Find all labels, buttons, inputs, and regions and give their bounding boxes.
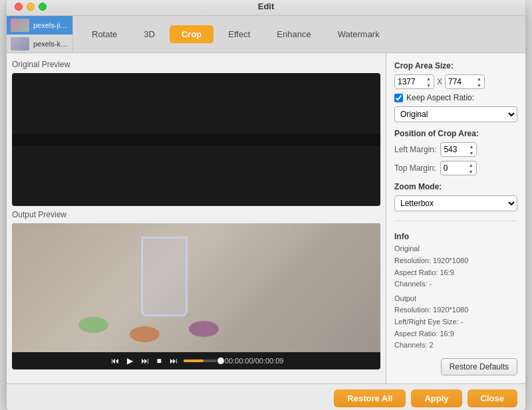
original-preview: ✛	[12, 73, 380, 206]
maximize-traffic-light[interactable]	[39, 3, 47, 11]
window-title: Edit	[258, 1, 275, 11]
thumbnail-item-2[interactable]: pexels-ko...	[7, 35, 72, 53]
left-margin-spinners: ▲ ▼	[469, 143, 473, 156]
height-input-container: ▲ ▼	[445, 74, 485, 89]
volume-fill	[184, 359, 203, 362]
height-spinners: ▲ ▼	[477, 75, 481, 88]
height-spin-up[interactable]: ▲	[477, 75, 481, 82]
original-resolution: Resolution: 1920*1080	[394, 255, 517, 267]
crop-size-label: Crop Area Size:	[394, 61, 517, 70]
restore-defaults-button[interactable]: Restore Defaults	[441, 358, 517, 375]
left-margin-row: Left Margin: ▲ ▼	[394, 142, 517, 157]
position-section: Position of Crop Area: Left Margin: ▲ ▼ …	[394, 129, 517, 175]
toolbar: pexels-jill-... pexels-ko... Rotate 3D C…	[7, 16, 525, 53]
x-separator: X	[437, 77, 442, 86]
main-window: Edit pexels-jill-... pexels-ko... Rotate…	[7, 0, 525, 410]
tab-enhance[interactable]: Enhance	[265, 25, 323, 43]
volume-bar[interactable]	[184, 359, 217, 362]
info-section: Info Original Resolution: 1920*1080 Aspe…	[394, 231, 517, 352]
output-aspect: Aspect Ratio: 16:9	[394, 328, 517, 340]
output-macaron-purple	[189, 321, 219, 337]
height-spin-down[interactable]: ▼	[477, 82, 481, 88]
skip-end-button[interactable]: ⏭	[168, 355, 180, 367]
width-spin-up[interactable]: ▲	[426, 75, 431, 82]
output-glass-cup	[141, 237, 188, 316]
bottom-bar: Restore All Apply Close	[7, 383, 525, 410]
top-margin-spin-up[interactable]: ▲	[469, 161, 473, 168]
top-margin-input[interactable]	[444, 163, 467, 173]
tab-effect[interactable]: Effect	[216, 25, 262, 43]
zoom-mode-label: Zoom Mode:	[394, 182, 517, 191]
original-preview-label: Original Preview	[12, 58, 380, 70]
titlebar: Edit	[7, 0, 525, 16]
tab-watermark[interactable]: Watermark	[326, 25, 392, 43]
output-info-header: Output	[394, 293, 517, 305]
left-margin-input-container: ▲ ▼	[440, 142, 477, 157]
output-macaron-green	[78, 317, 108, 333]
output-preview-label: Output Preview	[12, 209, 380, 221]
info-header: Info	[394, 231, 517, 243]
left-margin-input[interactable]	[444, 145, 467, 154]
progress-dot	[217, 358, 224, 364]
player-controls: ⏮ ▶ ⏭ ■ ⏭ 00:00:00/00:00:09	[104, 352, 289, 369]
size-row: ▲ ▼ X ▲ ▼	[394, 74, 517, 89]
thumb-label-1: pexels-jill-...	[33, 21, 68, 29]
thumb-image-2	[11, 37, 29, 51]
left-margin-spin-down[interactable]: ▼	[469, 150, 473, 156]
original-channels: Channels: -	[394, 278, 517, 290]
left-margin-label: Left Margin:	[394, 145, 436, 154]
original-info-header: Original	[394, 243, 517, 255]
content-area: Original Preview	[7, 53, 525, 383]
output-video-content	[12, 223, 380, 352]
keep-aspect-checkbox[interactable]	[394, 94, 403, 102]
thumbnail-sidebar: pexels-jill-... pexels-ko...	[7, 16, 73, 52]
crop-size-section: Crop Area Size: ▲ ▼ X ▲ ▼	[394, 61, 517, 122]
tab-3d[interactable]: 3D	[132, 25, 167, 43]
right-panel: Crop Area Size: ▲ ▼ X ▲ ▼	[386, 53, 525, 383]
time-display: 00:00:00/00:00:09	[225, 357, 284, 365]
output-preview: ⏮ ▶ ⏭ ■ ⏭ 00:00:00/00:00:09	[12, 223, 380, 369]
skip-back-button[interactable]: ⏮	[109, 355, 121, 367]
top-margin-spin-down[interactable]: ▼	[469, 168, 473, 175]
width-input-container: ▲ ▼	[394, 74, 434, 89]
thumb-image-1	[11, 19, 29, 32]
zoom-mode-select[interactable]: Letterbox Pan & Scan Full	[394, 195, 517, 211]
width-spinners: ▲ ▼	[426, 75, 431, 88]
original-aspect: Aspect Ratio: 16:9	[394, 267, 517, 279]
preview-panel: Original Preview	[7, 53, 386, 383]
tab-rotate[interactable]: Rotate	[80, 25, 129, 43]
tab-bar: Rotate 3D Crop Effect Enhance Watermark	[73, 16, 525, 52]
zoom-mode-section: Zoom Mode: Letterbox Pan & Scan Full	[394, 182, 517, 211]
position-label: Position of Crop Area:	[394, 129, 517, 138]
keep-aspect-row: Keep Aspect Ratio:	[394, 93, 517, 102]
aspect-ratio-select[interactable]: Original 1:1 4:3 16:9	[394, 106, 517, 122]
action-buttons: Restore All Apply Close	[334, 389, 517, 407]
apply-button[interactable]: Apply	[411, 389, 462, 407]
keep-aspect-label: Keep Aspect Ratio:	[406, 93, 474, 102]
height-input[interactable]	[448, 77, 473, 86]
tab-crop[interactable]: Crop	[170, 25, 213, 43]
top-margin-row: Top Margin: ▲ ▼	[394, 161, 517, 175]
top-margin-input-container: ▲ ▼	[440, 161, 477, 175]
width-input[interactable]	[398, 77, 423, 86]
thumbnail-item-1[interactable]: pexels-jill-...	[7, 16, 72, 35]
traffic-lights	[15, 3, 47, 11]
output-channels: Channels: 2	[394, 340, 517, 352]
black-bar-top	[12, 134, 380, 146]
divider	[394, 221, 517, 221]
close-button[interactable]: Close	[467, 389, 517, 407]
output-resolution: Resolution: 1920*1080	[394, 304, 517, 316]
output-macaron-brown	[130, 326, 160, 342]
output-lr-eye: Left/Right Eye Size: -	[394, 316, 517, 328]
width-spin-down[interactable]: ▼	[426, 82, 431, 88]
close-traffic-light[interactable]	[15, 3, 23, 11]
stop-button[interactable]: ■	[155, 355, 164, 367]
thumb-label-2: pexels-ko...	[33, 40, 68, 48]
step-forward-button[interactable]: ⏭	[139, 355, 151, 367]
left-margin-spin-up[interactable]: ▲	[469, 143, 473, 150]
restore-all-button[interactable]: Restore All	[334, 389, 406, 407]
play-button[interactable]: ▶	[125, 355, 135, 367]
minimize-traffic-light[interactable]	[27, 3, 35, 11]
top-margin-spinners: ▲ ▼	[469, 161, 473, 175]
top-margin-label: Top Margin:	[394, 163, 436, 173]
